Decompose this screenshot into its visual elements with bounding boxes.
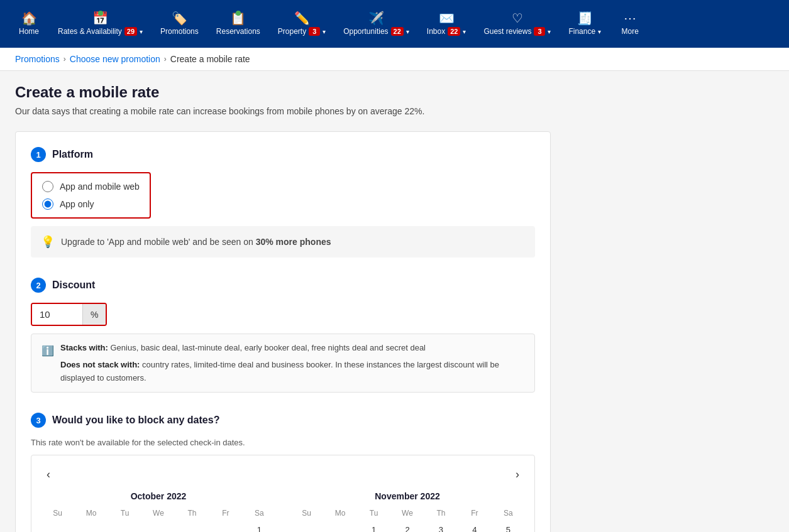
nav-label-rates: Rates & Availability29▾ — [58, 27, 143, 36]
nav-badge-property: 3 — [309, 27, 320, 36]
nav-icon-guest-reviews: ♡ — [512, 12, 523, 24]
nav-item-home[interactable]: 🏠 Home — [10, 7, 48, 41]
section-2-title: Discount — [52, 280, 95, 291]
cal-day-header: Mo — [75, 506, 107, 520]
chevron-icon-finance: ▾ — [598, 28, 601, 35]
november-calendar: November 2022 SuMoTuWeThFrSa123456789101… — [290, 491, 524, 532]
nav-label-opportunities: Opportunities22▾ — [343, 27, 409, 36]
nav-item-opportunities[interactable]: ✈️ Opportunities22▾ — [336, 7, 417, 41]
nav-icon-property: ✏️ — [294, 12, 310, 24]
october-title: October 2022 — [41, 491, 275, 501]
discount-info-text: Stacks with: Genius, basic deal, last-mi… — [60, 342, 524, 384]
chevron-icon-guest-reviews: ▾ — [548, 28, 551, 35]
nav-badge-opportunities: 22 — [391, 27, 404, 36]
cal-day-empty — [324, 521, 356, 532]
radio-app-only[interactable] — [42, 198, 53, 210]
cal-day-header: Fr — [209, 506, 241, 520]
stacks-with-value: Genius, basic deal, last-minute deal, ea… — [110, 343, 426, 352]
nav-badge-rates: 29 — [124, 27, 137, 36]
lightbulb-icon: 💡 — [41, 235, 55, 249]
october-calendar: October 2022 SuMoTuWeThFrSa1234567891011… — [41, 491, 275, 532]
cal-day-empty — [109, 521, 141, 532]
nav-item-promotions[interactable]: 🏷️ Promotions — [153, 7, 206, 41]
nav-label-inbox: Inbox22▾ — [427, 27, 466, 36]
nav-badge-inbox: 22 — [448, 27, 460, 36]
nav-dot-reservations — [236, 11, 241, 16]
chevron-icon-property: ▾ — [323, 28, 326, 35]
nav-item-reservations[interactable]: 📋 Reservations — [209, 7, 268, 41]
nav-label-promotions: Promotions — [160, 27, 199, 36]
form-card: 1 Platform App and mobile web App only 💡… — [15, 131, 551, 532]
cal-day-header: Sa — [243, 506, 275, 520]
discount-section: 2 Discount % ℹ️ Stacks with: Genius, bas… — [31, 278, 535, 393]
section-2-number: 2 — [31, 278, 46, 293]
calendar-months: October 2022 SuMoTuWeThFrSa1234567891011… — [41, 491, 524, 532]
cal-day[interactable]: 5 — [492, 521, 524, 532]
nav-item-finance[interactable]: 🧾 Finance▾ — [561, 7, 609, 41]
cal-day-empty — [75, 521, 107, 532]
calendar-prev-button[interactable]: ‹ — [41, 465, 55, 484]
top-navigation: 🏠 Home 📅 Rates & Availability29▾ 🏷️ Prom… — [0, 0, 789, 48]
platform-option-app-mobile-web[interactable]: App and mobile web — [42, 181, 140, 192]
cal-day-empty — [41, 521, 74, 532]
platform-tip-text: Upgrade to 'App and mobile web' and be s… — [61, 237, 331, 247]
cal-day[interactable]: 1 — [243, 521, 275, 532]
platform-section: 1 Platform App and mobile web App only 💡… — [31, 147, 535, 258]
cal-day-header: Fr — [458, 506, 490, 520]
breadcrumb-current: Create a mobile rate — [170, 54, 250, 64]
nav-icon-home: 🏠 — [21, 12, 37, 24]
november-grid: SuMoTuWeThFrSa12345678910111213141516171… — [290, 506, 524, 532]
nav-item-rates[interactable]: 📅 Rates & Availability29▾ — [50, 7, 150, 41]
nav-label-home: Home — [19, 27, 39, 36]
breadcrumb-link-0[interactable]: Promotions — [15, 54, 60, 64]
nav-icon-more: ⋯ — [624, 12, 636, 24]
cal-day[interactable]: 3 — [425, 521, 457, 532]
section-1-number: 1 — [31, 147, 46, 162]
cal-day-empty — [142, 521, 174, 532]
nav-icon-inbox: ✉️ — [439, 12, 455, 24]
nav-item-more[interactable]: ⋯ More — [611, 7, 649, 41]
nav-label-more: More — [621, 27, 638, 36]
radio-app-mobile-web[interactable] — [42, 181, 53, 192]
october-grid: SuMoTuWeThFrSa12345678910111213141516171… — [41, 506, 275, 532]
block-dates-section: 3 Would you like to block any dates? Thi… — [31, 413, 535, 532]
cal-day-header: Mo — [324, 506, 356, 520]
cal-day-header: We — [142, 506, 174, 520]
discount-unit: % — [82, 304, 106, 325]
breadcrumb-link-1[interactable]: Choose new promotion — [70, 54, 160, 64]
section-3-number: 3 — [31, 413, 46, 428]
nav-item-property[interactable]: ✏️ Property3▾ — [270, 7, 333, 41]
cal-day-empty — [209, 521, 241, 532]
chevron-icon-inbox: ▾ — [463, 28, 466, 35]
breadcrumb-sep-1: › — [63, 55, 66, 63]
cal-day-header: Th — [176, 506, 208, 520]
cal-day-header: Th — [425, 506, 457, 520]
cal-day-header: Su — [290, 506, 323, 520]
stacks-with-label: Stacks with: — [60, 343, 108, 352]
chevron-icon-opportunities: ▾ — [406, 28, 409, 35]
discount-input[interactable] — [32, 304, 82, 325]
breadcrumb-sep-2: › — [164, 55, 167, 63]
chevron-icon-rates: ▾ — [140, 28, 143, 35]
cal-day-header: Tu — [109, 506, 141, 520]
nav-icon-promotions: 🏷️ — [172, 12, 187, 24]
section-1-title: Platform — [52, 149, 93, 160]
cal-day-header: Sa — [492, 506, 524, 520]
radio-app-only-label: App only — [60, 199, 94, 209]
cal-day[interactable]: 2 — [391, 521, 423, 532]
no-stack-label: Does not stack with: — [60, 360, 140, 369]
nav-icon-opportunities: ✈️ — [368, 12, 384, 24]
page-subtitle: Our data says that creating a mobile rat… — [15, 106, 551, 116]
cal-day[interactable]: 1 — [358, 521, 390, 532]
cal-day-header: Tu — [358, 506, 390, 520]
nav-item-guest-reviews[interactable]: ♡ Guest reviews3▾ — [476, 7, 558, 41]
calendar-next-button[interactable]: › — [510, 465, 524, 484]
nav-item-inbox[interactable]: ✉️ Inbox22▾ — [419, 7, 474, 41]
platform-option-app-only[interactable]: App only — [42, 198, 140, 210]
platform-tip-box: 💡 Upgrade to 'App and mobile web' and be… — [31, 226, 535, 258]
cal-day-header: Su — [41, 506, 74, 520]
november-title: November 2022 — [290, 491, 524, 501]
cal-day[interactable]: 4 — [458, 521, 490, 532]
calendar-container: ‹ › October 2022 SuMoTuWeThFrSa123456789… — [31, 455, 535, 532]
section-3-title: Would you like to block any dates? — [52, 415, 219, 426]
